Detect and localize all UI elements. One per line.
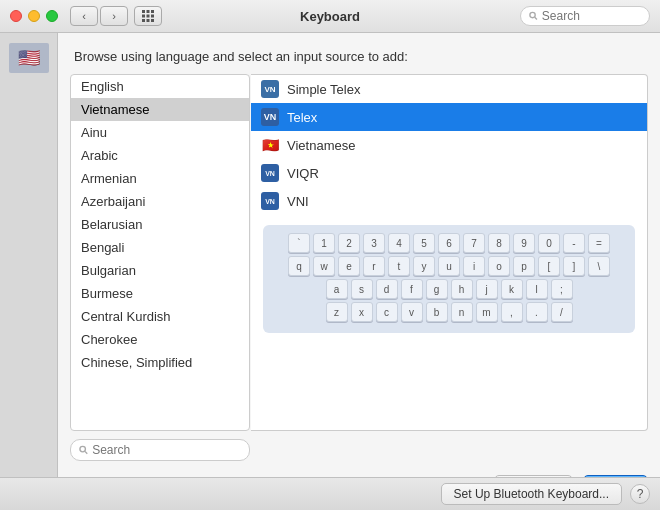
kb-key: x <box>351 302 373 322</box>
source-item-vni[interactable]: VN VNI <box>251 187 647 215</box>
language-list[interactable]: English Vietnamese Ainu Arabic Armenian … <box>70 74 250 431</box>
kb-key: r <box>363 256 385 276</box>
kb-key: 2 <box>338 233 360 253</box>
kb-key: 4 <box>388 233 410 253</box>
lang-item-chinese-simplified[interactable]: Chinese, Simplified <box>71 351 249 374</box>
kb-key: f <box>401 279 423 299</box>
source-item-simple-telex[interactable]: VN Simple Telex <box>251 75 647 103</box>
keyboard-preview: ` 1 2 3 4 5 6 7 8 9 0 - = <box>263 225 635 333</box>
flag-item[interactable]: 🇺🇸 <box>9 43 49 73</box>
svg-rect-5 <box>151 15 154 18</box>
vietnamese-flag-icon: 🇻🇳 <box>261 136 279 154</box>
window-title: Keyboard <box>300 9 360 24</box>
lang-item-central-kurdish[interactable]: Central Kurdish <box>71 305 249 328</box>
kb-key: c <box>376 302 398 322</box>
kb-key: 1 <box>313 233 335 253</box>
title-search-bar[interactable] <box>520 6 650 26</box>
kb-key: l <box>526 279 548 299</box>
kb-key: ; <box>551 279 573 299</box>
dialog-instruction: Browse using language and select an inpu… <box>58 49 660 74</box>
kb-key: w <box>313 256 335 276</box>
kb-key: ` <box>288 233 310 253</box>
source-item-telex[interactable]: VN Telex <box>251 103 647 131</box>
lang-item-burmese[interactable]: Burmese <box>71 282 249 305</box>
kb-key: j <box>476 279 498 299</box>
lang-item-belarusian[interactable]: Belarusian <box>71 213 249 236</box>
svg-point-9 <box>530 12 535 17</box>
lang-item-vietnamese[interactable]: Vietnamese <box>71 98 249 121</box>
grid-button[interactable] <box>134 6 162 26</box>
kb-key: y <box>413 256 435 276</box>
kb-key: a <box>326 279 348 299</box>
lang-item-arabic[interactable]: Arabic <box>71 144 249 167</box>
kb-key: g <box>426 279 448 299</box>
kb-key: [ <box>538 256 560 276</box>
lang-item-english[interactable]: English <box>71 75 249 98</box>
kb-key: s <box>351 279 373 299</box>
close-button[interactable] <box>10 10 22 22</box>
lang-item-armenian[interactable]: Armenian <box>71 167 249 190</box>
bottom-bar: Set Up Bluetooth Keyboard... ? <box>0 477 660 510</box>
bottom-search-area <box>58 431 660 469</box>
lang-item-bengali[interactable]: Bengali <box>71 236 249 259</box>
lang-item-azerbaijani[interactable]: Azerbaijani <box>71 190 249 213</box>
svg-rect-1 <box>147 10 150 13</box>
kb-key: m <box>476 302 498 322</box>
svg-rect-7 <box>147 19 150 22</box>
kb-key: - <box>563 233 585 253</box>
back-button[interactable]: ‹ <box>70 6 98 26</box>
kb-key: v <box>401 302 423 322</box>
title-search-input[interactable] <box>542 9 641 23</box>
kb-key: t <box>388 256 410 276</box>
kb-key: o <box>488 256 510 276</box>
lang-item-ainu[interactable]: Ainu <box>71 121 249 144</box>
search-icon <box>529 11 538 21</box>
source-label-viqr: VIQR <box>287 166 319 181</box>
help-button[interactable]: ? <box>630 484 650 504</box>
source-label-telex: Telex <box>287 110 317 125</box>
kb-key: 6 <box>438 233 460 253</box>
lang-item-bulgarian[interactable]: Bulgarian <box>71 259 249 282</box>
kb-key: 9 <box>513 233 535 253</box>
forward-button[interactable]: › <box>100 6 128 26</box>
kb-key: k <box>501 279 523 299</box>
kb-row-2: q w e r t y u i o p [ ] \ <box>269 256 629 276</box>
language-search-input[interactable] <box>92 443 241 457</box>
kb-key: 7 <box>463 233 485 253</box>
nav-buttons: ‹ › <box>70 6 128 26</box>
kb-key: p <box>513 256 535 276</box>
kb-key: z <box>326 302 348 322</box>
source-item-viqr[interactable]: VN VIQR <box>251 159 647 187</box>
kb-key: \ <box>588 256 610 276</box>
viqr-icon: VN <box>261 164 279 182</box>
source-label-simple-telex: Simple Telex <box>287 82 360 97</box>
kb-key: . <box>526 302 548 322</box>
svg-rect-8 <box>151 19 154 22</box>
svg-rect-6 <box>142 19 145 22</box>
kb-key: d <box>376 279 398 299</box>
source-label-vietnamese: Vietnamese <box>287 138 355 153</box>
maximize-button[interactable] <box>46 10 58 22</box>
svg-point-11 <box>80 446 86 452</box>
kb-row-1: ` 1 2 3 4 5 6 7 8 9 0 - = <box>269 233 629 253</box>
left-sidebar: 🇺🇸 + <box>0 33 58 510</box>
kb-row-3: a s d f g h j k l ; <box>269 279 629 299</box>
main-content: 🇺🇸 + Browse using language and select an… <box>0 33 660 510</box>
dialog-panel: Browse using language and select an inpu… <box>58 33 660 510</box>
svg-line-10 <box>535 17 537 19</box>
setup-keyboard-button[interactable]: Set Up Bluetooth Keyboard... <box>441 483 622 505</box>
minimize-button[interactable] <box>28 10 40 22</box>
kb-key: e <box>338 256 360 276</box>
telex-icon: VN <box>261 108 279 126</box>
vni-icon: VN <box>261 192 279 210</box>
kb-key: h <box>451 279 473 299</box>
kb-key: u <box>438 256 460 276</box>
traffic-lights <box>10 10 58 22</box>
source-list[interactable]: VN Simple Telex VN Telex 🇻🇳 Vietnamese V… <box>251 74 648 431</box>
svg-rect-2 <box>151 10 154 13</box>
lang-item-cherokee[interactable]: Cherokee <box>71 328 249 351</box>
source-item-vietnamese[interactable]: 🇻🇳 Vietnamese <box>251 131 647 159</box>
language-search-box[interactable] <box>70 439 250 461</box>
kb-key: b <box>426 302 448 322</box>
kb-key: , <box>501 302 523 322</box>
